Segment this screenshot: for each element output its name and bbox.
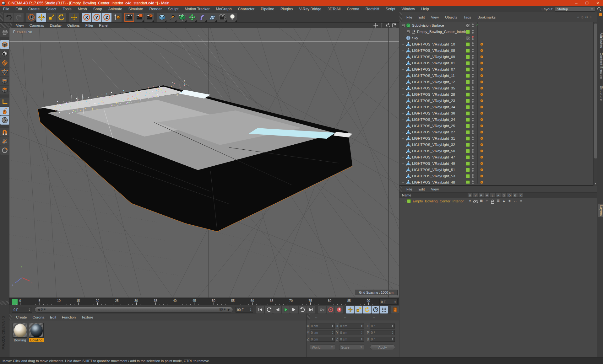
object-name[interactable]: LIGHTPOS_VRayLight_53: [412, 174, 455, 178]
current-frame-spinner[interactable]: 0 F ▲▼: [12, 307, 32, 313]
coordinate-input[interactable]: 0 cm▲▼: [310, 330, 335, 335]
light-tag-icon[interactable]: [480, 86, 484, 90]
object-menu-bookmarks[interactable]: Bookmarks: [474, 15, 499, 19]
axis-x-button[interactable]: X: [82, 13, 91, 22]
minimize-button[interactable]: ─: [571, 0, 582, 6]
layout-dropdown[interactable]: Startup ▼: [555, 7, 595, 12]
spinner-arrows-icon[interactable]: ▲▼: [250, 308, 252, 311]
layer-color-box[interactable]: [466, 74, 470, 78]
layer-color-swatch[interactable]: [407, 199, 411, 203]
next-frame-button[interactable]: [290, 306, 298, 313]
viewport-solo-button[interactable]: [0, 107, 9, 115]
viewport-pan-icon[interactable]: [373, 23, 378, 28]
menu-edit[interactable]: Edit: [12, 6, 25, 12]
menu-plugins[interactable]: Plugins: [277, 6, 296, 12]
tab-structure[interactable]: Structure: [598, 85, 603, 102]
layer-color-box[interactable]: [466, 168, 470, 172]
viewport-menu-panel[interactable]: Panel: [96, 24, 111, 27]
object-row[interactable]: LIGHTPOS_VRayLight_01: [399, 60, 597, 66]
coordinate-input[interactable]: 0 cm▲▼: [339, 324, 364, 329]
key-button[interactable]: [318, 306, 326, 313]
scroll-down-arrow-icon[interactable]: ▼: [594, 182, 597, 185]
edges-mode-button[interactable]: [0, 77, 9, 85]
object-name[interactable]: LIGHTPOS_VRayLight_08: [412, 49, 455, 52]
light-tag-icon[interactable]: [480, 80, 484, 84]
layer-color-box[interactable]: [466, 143, 470, 147]
layer-menu-edit[interactable]: Edit: [416, 187, 428, 191]
visibility-dots[interactable]: [472, 49, 474, 52]
visibility-dots[interactable]: [472, 30, 474, 34]
layer-color-box[interactable]: [466, 30, 470, 34]
visibility-dots[interactable]: [472, 36, 474, 40]
layer-column-e[interactable]: E: [513, 193, 518, 197]
visibility-dots[interactable]: [472, 24, 474, 27]
jump-start-button[interactable]: [256, 306, 264, 313]
spinner-arrows-icon[interactable]: ▲▼: [361, 338, 363, 341]
object-row[interactable]: LIGHTPOS_VRayLight_07: [399, 66, 597, 72]
light-tag-icon[interactable]: [480, 143, 484, 147]
ruler-frame-spinner[interactable]: 0 F ▲▼: [379, 299, 398, 305]
spinner-arrows-icon[interactable]: ▲▼: [361, 331, 363, 334]
spinner-arrows-icon[interactable]: ▲▼: [332, 324, 334, 328]
visibility-dots[interactable]: [472, 168, 474, 172]
light-tag-icon[interactable]: [480, 155, 484, 159]
layer-color-box[interactable]: [466, 80, 470, 84]
redo-button[interactable]: [14, 13, 24, 22]
material-menu-create[interactable]: Create: [13, 315, 30, 319]
menu-character[interactable]: Character: [235, 6, 258, 12]
environment-button[interactable]: [207, 13, 217, 22]
object-row[interactable]: LIGHTPOS_VRayLight_31: [399, 135, 597, 142]
layer-color-box[interactable]: [466, 86, 470, 90]
object-name[interactable]: LIGHTPOS_VRayLight_49: [412, 162, 455, 165]
layer-menu-view[interactable]: View: [428, 187, 442, 191]
material-item[interactable]: Bowling: [29, 323, 44, 342]
move-button[interactable]: [36, 13, 46, 22]
filter-target-icon[interactable]: ⊙: [585, 15, 588, 19]
object-name[interactable]: LIGHTPOS_VRayLight_23: [412, 99, 455, 103]
timeline-ruler[interactable]: 051015202530354045505560657075808590 0 F…: [9, 298, 399, 305]
menu-snap[interactable]: Snap: [90, 6, 105, 12]
manager-icon[interactable]: ⊢: [484, 199, 490, 202]
light-tag-icon[interactable]: [480, 124, 484, 128]
xref-icon[interactable]: ∞: [518, 199, 524, 202]
object-name[interactable]: LIGHTPOS_VRayLight_28: [412, 93, 455, 96]
spinner-arrows-icon[interactable]: ▲▼: [332, 331, 334, 334]
help-button[interactable]: ?: [335, 306, 343, 313]
layer-color-box[interactable]: [466, 118, 470, 122]
kf-position-button[interactable]: [346, 306, 354, 313]
layer-color-box[interactable]: [466, 162, 470, 166]
menu-corona[interactable]: Corona: [344, 6, 362, 12]
light-tag-icon[interactable]: [480, 118, 484, 121]
visibility-dots[interactable]: [472, 42, 474, 46]
object-name[interactable]: LIGHTPOS_VRayLight_09: [412, 55, 455, 59]
visibility-dots[interactable]: [472, 67, 474, 71]
coordinate-input[interactable]: 0 cm▲▼: [310, 324, 335, 329]
object-row[interactable]: LIGHTPOS_VRayLight_51: [399, 167, 597, 173]
menu-sculpt[interactable]: Sculpt: [165, 6, 182, 12]
menu-script[interactable]: Script: [383, 6, 399, 12]
tab-attributes[interactable]: Attributes: [598, 32, 603, 49]
bend-button[interactable]: [197, 13, 207, 22]
layer-color-box[interactable]: [466, 111, 470, 115]
object-row[interactable]: LIGHTPOS_VRayLight_08: [399, 47, 597, 54]
material-menu-corona[interactable]: Corona: [30, 315, 47, 319]
layer-color-box[interactable]: [466, 130, 470, 134]
light-tag-icon[interactable]: [480, 49, 484, 52]
menu-simulate[interactable]: Simulate: [125, 6, 146, 12]
menu-mesh[interactable]: Mesh: [74, 6, 90, 12]
object-row[interactable]: +0Empty_Bowling_Center_Interior: [399, 29, 597, 35]
object-name[interactable]: Sky: [412, 36, 418, 40]
jump-end-button[interactable]: [307, 306, 315, 313]
object-name[interactable]: LIGHTPOS_VRayLight_25: [412, 124, 455, 128]
object-row[interactable]: LIGHTPOS_VRayLight_25: [399, 123, 597, 129]
generator-icon[interactable]: ▲: [501, 199, 507, 202]
layer-column-r[interactable]: R: [479, 193, 484, 197]
object-row[interactable]: LIGHTPOS_VRayLight_32: [399, 142, 597, 148]
object-row[interactable]: LIGHTPOS_VRayLight_47: [399, 154, 597, 160]
filter-diamond-icon[interactable]: ◇: [581, 15, 584, 19]
spinner-arrows-icon[interactable]: ▲▼: [361, 324, 363, 328]
maximize-button[interactable]: ❐: [582, 0, 592, 6]
visibility-dots[interactable]: [472, 143, 474, 147]
visibility-dots[interactable]: [472, 174, 474, 178]
apply-button[interactable]: Apply: [370, 345, 395, 350]
